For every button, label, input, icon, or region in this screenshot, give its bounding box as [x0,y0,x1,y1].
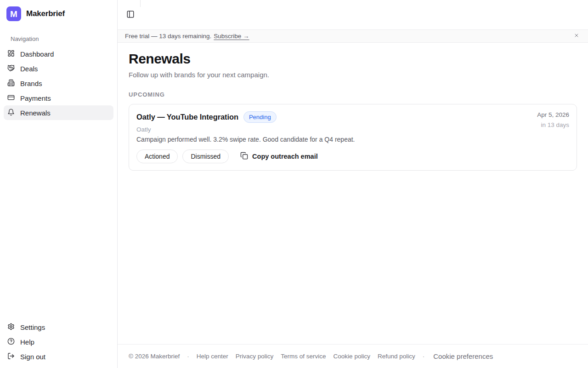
log-out-icon [7,352,15,361]
renewal-brand: Oatly [136,126,530,133]
section-heading-upcoming: UPCOMING [129,91,577,98]
sidebar-item-label: Deals [20,65,38,73]
footer-separator: · [187,353,189,360]
renewal-title: Oatly — YouTube Integration [136,113,238,121]
footer-copyright: © 2026 Makerbrief [129,353,180,360]
panel-left-icon [126,10,135,20]
sidebar-item-deals[interactable]: Deals [4,61,113,76]
brand-home-link[interactable]: M Makerbrief [0,0,117,21]
footer-link-privacy-policy[interactable]: Privacy policy [236,353,274,360]
sidebar-item-label: Settings [20,323,45,331]
sidebar-item-brands[interactable]: Brands [4,76,113,91]
footer-link-help-center[interactable]: Help center [197,353,228,360]
copy-button-label: Copy outreach email [252,153,318,160]
trial-banner-message: Free trial — 13 days remaining. [125,33,211,40]
page-title: Renewals [129,51,577,67]
brand-logo-icon: M [6,6,21,21]
actioned-button[interactable]: Actioned [136,150,178,163]
content: Renewals Follow up with brands for your … [118,43,588,344]
sidebar-item-settings[interactable]: Settings [4,320,113,334]
topbar [118,0,588,29]
sidebar-item-help[interactable]: Help [4,334,113,349]
footer-link-refund-policy[interactable]: Refund policy [378,353,415,360]
subscribe-link[interactable]: Subscribe → [214,33,249,40]
dismissed-button[interactable]: Dismissed [182,150,229,163]
footer: © 2026 Makerbrief · Help center Privacy … [118,344,588,368]
status-badge: Pending [243,111,277,123]
sidebar-toggle-button[interactable] [124,8,137,21]
handshake-icon [7,64,15,73]
footer-link-terms-of-service[interactable]: Terms of service [281,353,326,360]
sidebar-item-sign-out[interactable]: Sign out [4,349,113,364]
sidebar-item-dashboard[interactable]: Dashboard [4,46,113,61]
sidebar-item-renewals[interactable]: Renewals [4,105,113,120]
bell-icon [7,109,15,117]
sidebar-bottom-nav: Settings Help Sign out [0,320,117,368]
trial-banner: Free trial — 13 days remaining. Subscrib… [118,29,588,43]
gear-icon [7,323,15,332]
footer-separator: · [423,353,425,360]
help-circle-icon [7,338,15,346]
sidebar-item-label: Dashboard [20,50,54,58]
renewal-card: Oatly — YouTube Integration Pending Oatl… [129,104,577,171]
renewal-actions: Actioned Dismissed Copy outreach email [136,150,530,163]
sidebar-item-payments[interactable]: Payments [4,91,113,105]
cookie-preferences-button[interactable]: Cookie preferences [433,352,493,360]
sidebar: M Makerbrief Navigation Dashboard Deals [0,0,118,368]
renewal-card-body: Oatly — YouTube Integration Pending Oatl… [136,111,530,163]
renewal-note: Campaign performed well. 3.2% swipe rate… [136,136,530,143]
app-window: M Makerbrief Navigation Dashboard Deals [0,0,588,368]
renewal-title-row: Oatly — YouTube Integration Pending [136,111,530,123]
main-area: Free trial — 13 days remaining. Subscrib… [118,0,588,368]
footer-link-cookie-policy[interactable]: Cookie policy [334,353,370,360]
renewal-date: Apr 5, 2026 [537,111,569,118]
sidebar-item-label: Brands [20,80,42,87]
sidebar-item-label: Renewals [20,109,51,117]
sidebar-nav: Dashboard Deals Brands Payments [0,46,117,120]
sidebar-item-label: Sign out [20,353,45,361]
credit-card-icon [7,94,15,103]
nav-section-label: Navigation [11,35,117,42]
building-icon [7,79,15,88]
topbar-divider [140,0,141,7]
close-icon [574,33,579,40]
renewal-relative-due: in 13 days [537,121,569,128]
copy-icon [240,152,248,161]
page-subtitle: Follow up with brands for your next camp… [129,71,577,79]
brand-name: Makerbrief [26,9,65,18]
sidebar-item-label: Payments [20,94,51,102]
banner-close-button[interactable] [571,31,582,41]
dashboard-icon [7,50,15,58]
renewal-dates: Apr 5, 2026 in 13 days [530,111,569,128]
copy-outreach-email-button[interactable]: Copy outreach email [237,150,321,163]
sidebar-item-label: Help [20,338,34,346]
